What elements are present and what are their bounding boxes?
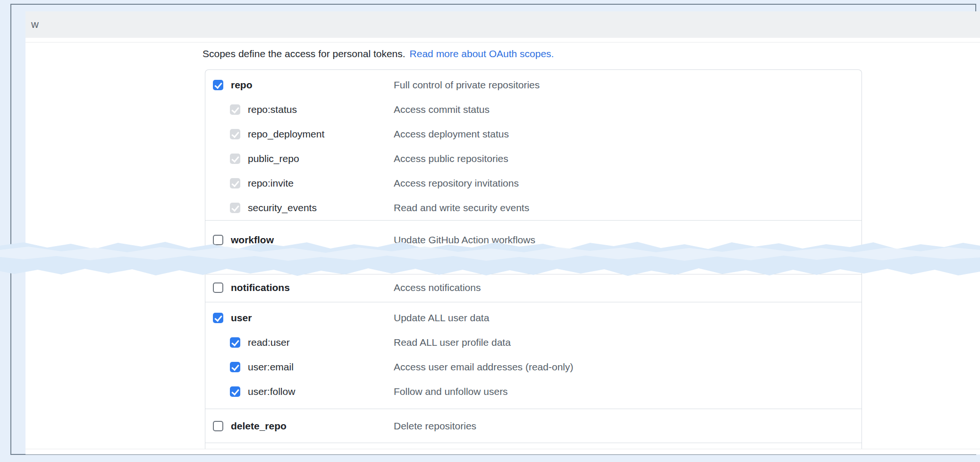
scope-row: user Update ALL user data — [205, 306, 862, 330]
scopes-box: repo Full control of private repositorie… — [205, 69, 862, 449]
user:email-checkbox[interactable] — [230, 362, 240, 372]
scope-label: public_repo — [248, 153, 299, 164]
scope-description: Access notifications — [394, 282, 481, 293]
scope-description: Access commit status — [394, 104, 490, 115]
repo:status-checkbox — [230, 104, 240, 115]
workflow-checkbox[interactable] — [213, 235, 223, 245]
scope-label: repo_deployment — [248, 128, 324, 140]
screenshot-root: { "app": { "top_bar_text": "w" }, "heade… — [0, 0, 980, 462]
scope-description: Read and write security events — [394, 202, 529, 214]
scope-label: repo:invite — [248, 178, 294, 189]
scope-row: user:email Access user email addresses (… — [205, 355, 862, 379]
user:follow-checkbox[interactable] — [230, 386, 240, 397]
top-input-bar-text: w — [31, 18, 39, 30]
scope-section: workflow Update GitHub Action workflows — [205, 220, 862, 252]
security_events-checkbox — [230, 203, 240, 213]
scope-description: Access public repositories — [394, 153, 508, 164]
scope-row: public_repo Access public repositories — [205, 146, 862, 171]
scope-label[interactable]: user:follow — [248, 386, 295, 397]
scope-description: Access user email addresses (read-only) — [394, 361, 573, 373]
repo_deployment-checkbox — [230, 129, 240, 139]
scope-label[interactable]: user — [231, 312, 252, 324]
top-input-bar[interactable]: w — [25, 11, 980, 38]
scope-label[interactable]: read:user — [248, 337, 290, 348]
scope-row: repo_deployment Access deployment status — [205, 122, 862, 146]
scope-description: Update ALL user data — [394, 312, 489, 324]
scope-description: Full control of private repositories — [394, 79, 540, 91]
delete_repo-checkbox[interactable] — [213, 421, 223, 431]
content-panel: w Scopes define the access for personal … — [25, 11, 980, 454]
oauth-scopes-link[interactable]: Read more about OAuth scopes. — [410, 48, 554, 59]
bottom-divider — [25, 449, 980, 449]
scope-row: security_events Read and write security … — [205, 196, 862, 220]
scope-description: Read ALL user profile data — [394, 337, 511, 348]
repo:invite-checkbox — [230, 178, 240, 188]
scope-row: repo:status Access commit status — [205, 97, 862, 122]
notifications-checkbox[interactable] — [213, 282, 223, 293]
scope-description: Follow and unfollow users — [394, 386, 508, 397]
scope-label: repo:status — [248, 104, 297, 115]
scope-label[interactable]: repo — [231, 79, 253, 91]
scope-section: notifications Access notifications — [205, 274, 862, 300]
scope-description: Delete repositories — [394, 420, 476, 432]
scope-row: workflow Update GitHub Action workflows — [205, 228, 862, 252]
topbar-divider — [25, 42, 980, 43]
scope-section: delete_repo Delete repositories — [205, 409, 862, 438]
scope-row: read:user Read ALL user profile data — [205, 330, 862, 355]
scope-row: notifications Access notifications — [205, 275, 862, 300]
scope-label: security_events — [248, 202, 317, 214]
scope-section: repo Full control of private repositorie… — [205, 70, 862, 220]
scope-label[interactable]: user:email — [248, 361, 294, 373]
scope-description: Access deployment status — [394, 128, 509, 140]
scope-row: repo Full control of private repositorie… — [205, 73, 862, 97]
scopes-header: Scopes define the access for personal to… — [203, 47, 554, 60]
user-checkbox[interactable] — [213, 313, 223, 323]
scope-description: Access repository invitations — [394, 178, 519, 189]
scopes-header-intro: Scopes define the access for personal to… — [203, 48, 406, 59]
read:user-checkbox[interactable] — [230, 337, 240, 348]
scope-row: repo:invite Access repository invitation… — [205, 171, 862, 196]
scope-section: user Update ALL user data read:user Read… — [205, 302, 862, 404]
outer-panel-frame: w Scopes define the access for personal … — [10, 4, 976, 455]
scope-row: user:follow Follow and unfollow users — [205, 379, 862, 404]
scope-label[interactable]: notifications — [231, 282, 290, 293]
scope-row: delete_repo Delete repositories — [205, 414, 862, 438]
scope-label[interactable]: workflow — [231, 234, 274, 246]
scope-label[interactable]: delete_repo — [231, 420, 287, 432]
scope-description: Update GitHub Action workflows — [394, 234, 535, 246]
repo-checkbox[interactable] — [213, 80, 223, 90]
public_repo-checkbox — [230, 154, 240, 164]
